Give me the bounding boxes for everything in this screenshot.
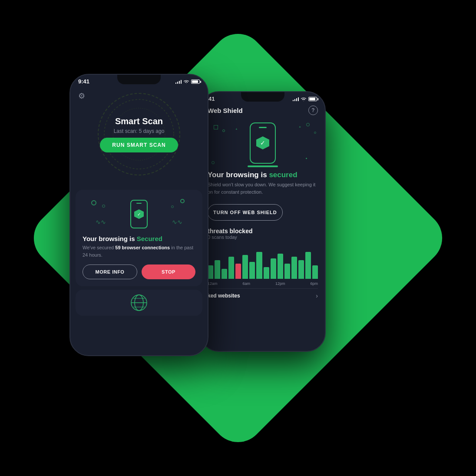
chart-bar bbox=[271, 258, 276, 279]
front-phone-notch bbox=[117, 75, 161, 84]
card-buttons: MORE INFO STOP bbox=[83, 264, 195, 279]
chart-bar bbox=[242, 255, 248, 279]
star-1: + bbox=[235, 127, 238, 131]
web-shield-title: Web Shield bbox=[208, 107, 243, 114]
phone-shield: ✓ bbox=[130, 200, 148, 228]
chart-bar bbox=[284, 264, 290, 279]
scan-circle: Smart Scan Last scan: 5 days ago RUN SMA… bbox=[96, 91, 182, 178]
card-description: We've secured 59 browser connections in … bbox=[83, 244, 195, 258]
stop-button[interactable]: STOP bbox=[142, 264, 195, 279]
chart-bar bbox=[278, 254, 283, 279]
chart-labels: 12am 6am 12pm 6pm bbox=[201, 281, 325, 287]
chart-bar bbox=[235, 264, 241, 279]
phone-front: ⚙ 9:41 bbox=[69, 74, 208, 356]
scan-circle-text: Smart Scan Last scan: 5 days ago RUN SMA… bbox=[100, 116, 178, 152]
chart-bar bbox=[215, 260, 220, 279]
back-signal-icon bbox=[293, 97, 299, 101]
star-2: + bbox=[299, 125, 301, 129]
chart-bar bbox=[221, 269, 227, 279]
scene: 41 Web Shield ? bbox=[0, 0, 476, 476]
front-battery-icon bbox=[191, 79, 200, 84]
turn-off-button[interactable]: TURN OFF WEB SHIELD bbox=[208, 204, 283, 221]
phone-back: 41 Web Shield ? bbox=[200, 91, 326, 352]
front-wifi-icon bbox=[183, 79, 189, 84]
card-particle-3 bbox=[180, 199, 185, 203]
chart-bar bbox=[305, 252, 311, 279]
secured-section: Your browsing is secured Shield won't sl… bbox=[201, 171, 325, 200]
bar-chart bbox=[201, 241, 325, 281]
more-info-button[interactable]: MORE INFO bbox=[83, 264, 137, 279]
back-wifi-icon bbox=[301, 97, 307, 101]
chart-bar bbox=[291, 257, 297, 279]
front-time: 9:41 bbox=[78, 78, 89, 85]
card-title: Your browsing is Secured bbox=[83, 235, 195, 242]
card-particle-2 bbox=[102, 205, 105, 208]
scan-title: Smart Scan bbox=[100, 116, 178, 126]
chart-bar bbox=[228, 257, 234, 279]
big-shield-icon: ✓ bbox=[256, 136, 269, 149]
back-shield-illustration: ✓ + + ✦ bbox=[201, 119, 325, 171]
back-header: Web Shield ? bbox=[201, 104, 325, 119]
threats-subtitle: 0 scans today bbox=[208, 235, 318, 240]
shield-badge: ✓ bbox=[134, 209, 144, 219]
wave-left: ∿∿ bbox=[96, 218, 106, 225]
bottom-card-peek bbox=[76, 290, 202, 316]
card-illustration: ∿∿ ∿∿ ✓ bbox=[83, 197, 195, 231]
secured-desc: Shield won't slow you down. We suggest k… bbox=[208, 181, 318, 195]
threats-section: threats blocked 0 scans today bbox=[201, 225, 325, 241]
front-signal-icon bbox=[175, 79, 182, 84]
chart-bar bbox=[264, 267, 269, 279]
card-particle-1 bbox=[91, 200, 96, 205]
back-phone-notch bbox=[241, 92, 284, 102]
back-status-icons bbox=[293, 97, 317, 101]
chart-bar bbox=[298, 260, 304, 279]
card-particle-4 bbox=[171, 205, 174, 208]
phone-outline: ✓ bbox=[130, 200, 148, 228]
chart-bar bbox=[312, 265, 318, 279]
particle-2 bbox=[222, 129, 225, 132]
scan-subtitle: Last scan: 5 days ago bbox=[100, 128, 178, 134]
scan-section: Smart Scan Last scan: 5 days ago RUN SMA… bbox=[70, 86, 208, 186]
chart-bar bbox=[249, 262, 255, 279]
back-phone-content: Web Shield ? ✓ bbox=[201, 104, 325, 350]
help-button[interactable]: ? bbox=[308, 106, 318, 115]
run-scan-button[interactable]: RUN SMART SCAN bbox=[100, 138, 178, 152]
phone-stand bbox=[248, 165, 278, 167]
globe-icon-peek bbox=[128, 292, 150, 314]
particle-5 bbox=[212, 161, 215, 164]
threats-title: threats blocked bbox=[208, 228, 318, 235]
browsing-card: ∿∿ ∿∿ ✓ Your browsing is Secured We've s… bbox=[76, 190, 202, 286]
front-status-icons bbox=[175, 79, 200, 84]
big-phone-outline: ✓ bbox=[250, 122, 276, 164]
chevron-right-icon: › bbox=[316, 292, 318, 299]
particle-1 bbox=[214, 125, 218, 129]
gear-icon[interactable]: ⚙ bbox=[78, 91, 85, 101]
back-time: 41 bbox=[208, 96, 215, 102]
blocked-section[interactable]: ked websites › bbox=[208, 288, 318, 303]
secured-title: Your browsing is secured bbox=[208, 171, 318, 179]
star-3: ✦ bbox=[305, 157, 307, 160]
particle-4 bbox=[314, 132, 316, 134]
big-phone-shield: ✓ bbox=[248, 122, 278, 167]
back-battery-icon bbox=[308, 97, 317, 101]
particle-3 bbox=[306, 123, 310, 126]
blocked-label: ked websites bbox=[208, 293, 240, 299]
chart-bar bbox=[256, 252, 262, 279]
wave-right: ∿∿ bbox=[172, 218, 182, 225]
